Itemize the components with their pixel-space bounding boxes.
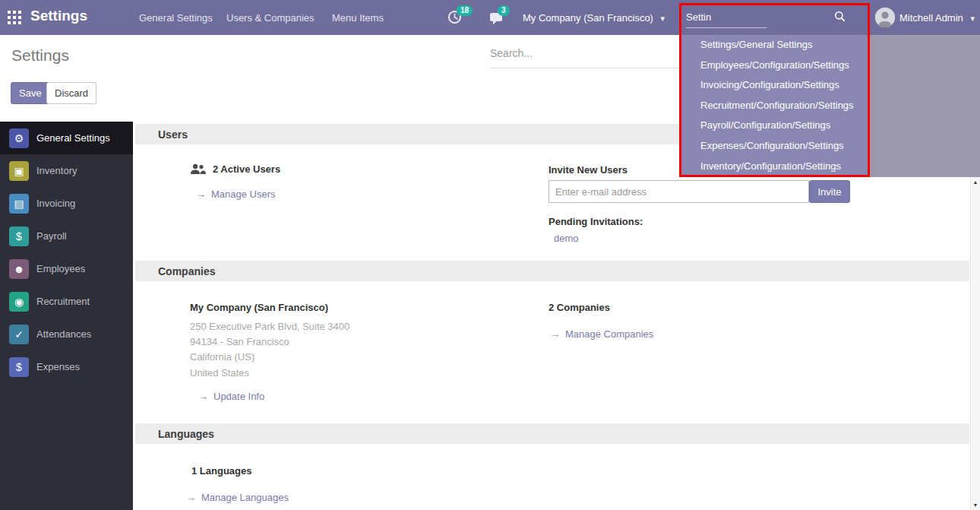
- search-result-item[interactable]: Payroll/Configuration/Settings: [681, 116, 869, 136]
- settings-sidebar: ⚙ General Settings ▣ Inventory ▤ Invoici…: [0, 122, 133, 510]
- pending-invitation-demo-link[interactable]: demo: [554, 233, 579, 244]
- search-result-item[interactable]: Expenses/Configuration/Settings: [681, 136, 869, 157]
- search-result-item[interactable]: Recruitment/Configuration/Settings: [681, 96, 869, 116]
- manage-companies-label[interactable]: Manage Companies: [565, 328, 653, 340]
- sidebar-item-expenses[interactable]: $ Expenses: [0, 350, 133, 383]
- company-address-line: 250 Executive Park Blvd, Suite 3400: [190, 321, 349, 332]
- sidebar-item-invoicing[interactable]: ▤ Invoicing: [0, 187, 133, 220]
- arrow-right-icon: →: [196, 188, 206, 200]
- company-switcher[interactable]: My Company (San Francisco) ▾: [523, 12, 665, 24]
- section-title: Users: [158, 128, 188, 141]
- manage-companies-link[interactable]: → Manage Companies: [550, 328, 653, 340]
- menu-search-underline: [686, 27, 767, 28]
- user-menu[interactable]: Mitchell Admin ▾: [899, 12, 975, 24]
- sidebar-item-label: Invoicing: [36, 198, 75, 209]
- settings-search-input[interactable]: [490, 47, 672, 59]
- languages-count: 1 Languages: [191, 465, 251, 477]
- vertical-scrollbar[interactable]: ▲ ▼: [970, 177, 980, 510]
- company-address-line: California (US): [190, 351, 254, 363]
- update-info-link[interactable]: → Update Info: [198, 391, 264, 402]
- invite-new-users-label: Invite New Users: [548, 164, 628, 176]
- save-button[interactable]: Save: [11, 82, 50, 104]
- section-title: Languages: [158, 428, 214, 440]
- menu-search-dropdown: Settings/General Settings Employees/Conf…: [681, 35, 869, 177]
- sidebar-item-label: Payroll: [36, 230, 67, 242]
- expenses-icon: $: [9, 357, 29, 377]
- nav-menu-general-settings[interactable]: General Settings: [139, 12, 213, 24]
- odoo-settings-screen: Users 2 Active Users → Manage Users Invi…: [0, 0, 980, 510]
- company-name: My Company (San Francisco): [190, 302, 328, 313]
- arrow-right-icon: →: [550, 328, 560, 340]
- update-info-label[interactable]: Update Info: [213, 391, 264, 402]
- sidebar-item-label: Employees: [36, 263, 85, 274]
- search-icon[interactable]: [834, 11, 846, 22]
- scroll-up-arrow-icon[interactable]: ▲: [971, 179, 980, 185]
- settings-content: Users 2 Active Users → Manage Users Invi…: [133, 122, 970, 510]
- pending-invitations-label: Pending Invitations:: [548, 216, 643, 227]
- company-address-line: United States: [190, 367, 249, 379]
- nav-menu-menu-items[interactable]: Menu Items: [332, 12, 384, 24]
- sidebar-item-label: Inventory: [36, 165, 77, 176]
- section-header-companies: Companies: [135, 261, 969, 281]
- sidebar-item-general-settings[interactable]: ⚙ General Settings: [0, 122, 133, 154]
- search-result-item[interactable]: Settings/General Settings: [681, 35, 869, 55]
- company-address-line: 94134 - San Francisco: [190, 336, 289, 347]
- recruitment-icon: ◉: [9, 292, 29, 312]
- invite-email-input[interactable]: [548, 180, 809, 203]
- user-name-label: Mitchell Admin: [899, 12, 963, 24]
- attendance-icon: ✓: [9, 325, 29, 344]
- search-result-item[interactable]: Employees/Configuration/Settings: [681, 55, 869, 76]
- sidebar-item-label: Recruitment: [36, 296, 90, 307]
- apps-grid-icon[interactable]: [8, 11, 21, 24]
- chevron-down-icon: ▾: [970, 14, 975, 23]
- manage-languages-label[interactable]: Manage Languages: [201, 492, 289, 503]
- arrow-right-icon: →: [186, 492, 196, 503]
- employees-icon: ☻: [9, 259, 29, 279]
- chevron-down-icon: ▾: [661, 14, 665, 23]
- users-group-icon: [190, 163, 206, 175]
- arrow-right-icon: →: [198, 391, 208, 402]
- sidebar-item-label: General Settings: [36, 132, 110, 144]
- manage-languages-link[interactable]: → Manage Languages: [186, 492, 289, 503]
- invoice-icon: ▤: [9, 194, 29, 214]
- gear-icon: ⚙: [9, 128, 29, 148]
- active-users-count: 2 Active Users: [213, 163, 280, 175]
- discard-button[interactable]: Discard: [46, 82, 96, 104]
- search-underline: [490, 68, 680, 68]
- section-header-languages: Languages: [135, 423, 969, 444]
- sidebar-item-label: Attendances: [36, 328, 91, 340]
- search-result-item[interactable]: Invoicing/Configuration/Settings: [681, 75, 869, 96]
- menu-search-input[interactable]: [686, 6, 823, 27]
- sidebar-item-label: Expenses: [36, 361, 80, 372]
- section-title: Companies: [158, 265, 215, 277]
- sidebar-item-attendances[interactable]: ✓ Attendances: [0, 318, 133, 350]
- navbar-dropdown-backdrop: [869, 35, 980, 177]
- sidebar-item-payroll[interactable]: $ Payroll: [0, 220, 133, 252]
- app-title[interactable]: Settings: [30, 8, 87, 24]
- companies-count: 2 Companies: [548, 302, 610, 313]
- page-title: Settings: [11, 46, 69, 65]
- manage-users-link[interactable]: → Manage Users: [196, 188, 276, 200]
- invite-button[interactable]: Invite: [809, 180, 850, 203]
- scroll-down-arrow-icon[interactable]: ▼: [971, 502, 980, 508]
- top-navbar: Settings General Settings Users & Compan…: [0, 0, 980, 35]
- avatar-person-icon: [875, 8, 895, 27]
- search-result-item[interactable]: Inventory/Configuration/Settings: [681, 157, 869, 177]
- messages-badge: 3: [498, 5, 510, 16]
- company-switcher-label: My Company (San Francisco): [523, 12, 653, 24]
- manage-users-label[interactable]: Manage Users: [211, 188, 276, 200]
- active-users-row: 2 Active Users: [190, 163, 280, 175]
- sidebar-item-recruitment[interactable]: ◉ Recruitment: [0, 285, 133, 318]
- sidebar-item-inventory[interactable]: ▣ Inventory: [0, 154, 133, 187]
- nav-menu-users-companies[interactable]: Users & Companies: [226, 12, 315, 24]
- activity-badge: 18: [457, 5, 473, 16]
- user-avatar[interactable]: [875, 8, 895, 27]
- sidebar-item-employees[interactable]: ☻ Employees: [0, 252, 133, 285]
- payroll-icon: $: [9, 226, 29, 246]
- inventory-icon: ▣: [9, 161, 29, 181]
